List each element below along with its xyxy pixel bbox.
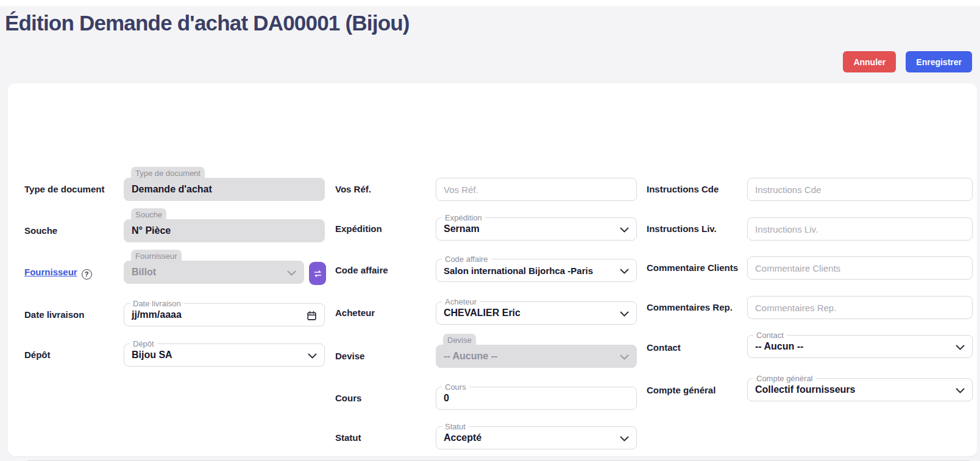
save-button[interactable]: Enregistrer [906,51,972,72]
date-livraison-value: jj/mm/aaaa [132,309,182,320]
chevron-down-icon [620,269,629,274]
depot-select[interactable]: Dépôt Bijou SA [124,343,325,367]
contact-float-label: Contact [753,330,787,340]
date-livraison-field[interactable]: Date livraison jj/mm/aaaa [124,303,325,326]
fournisseur-link[interactable]: Fournisseur [24,267,77,277]
label-devise: Devise [335,351,364,361]
vos-ref-input[interactable] [444,185,629,195]
swap-icon [313,269,323,279]
top-strip [0,0,980,6]
label-cours: Cours [335,393,361,403]
commentaires-rep-input[interactable] [755,303,965,313]
code-affaire-select[interactable]: Code affaire Salon international Bijorhc… [436,259,637,282]
instructions-cde-field [747,178,973,201]
label-code-affaire: Code affaire [335,265,388,275]
label-statut: Statut [335,432,361,443]
type-document-field: Type de document Demande d'achat [124,178,325,201]
commentaires-rep-field [747,296,973,319]
code-affaire-value: Salon international Bijorhca -Paris [444,266,593,276]
commentaire-clients-field [747,256,973,280]
label-vos-ref: Vos Réf. [335,184,371,194]
type-document-value: Demande d'achat [132,184,212,195]
label-souche: Souche [24,225,57,236]
commentaire-clients-input[interactable] [755,263,965,273]
fournisseur-float-label: Fournisseur [131,250,182,263]
label-compte-general: Compte général [647,385,715,395]
label-instructions-liv: Instructions Liv. [647,223,717,234]
code-affaire-float-label: Code affaire [442,254,491,264]
expedition-float-label: Expédition [442,213,485,223]
expedition-select[interactable]: Expédition Sernam [436,217,637,241]
refresh-fournisseur-button[interactable] [309,262,326,285]
cancel-button[interactable]: Annuler [843,51,896,72]
statut-select[interactable]: Statut Accepté [436,426,637,449]
calendar-icon[interactable] [307,311,317,321]
acheteur-value: CHEVALIER Eric [444,308,520,318]
label-fournisseur: Fournisseur? [24,267,92,280]
devise-float-label: Devise [443,334,476,347]
souche-float-label: Souche [131,208,166,222]
chevron-down-icon [620,227,629,233]
chevron-down-icon [620,354,629,360]
chevron-down-icon [620,436,629,442]
page-title: Édition Demande d'achat DA00001 (Bijou) [5,11,410,35]
contact-value: -- Aucun -- [755,341,803,352]
chevron-down-icon [956,345,965,350]
label-type-document: Type de document [24,184,104,194]
form-card: Type de document Souche Fournisseur? Dat… [8,83,977,456]
souche-value: N° Pièce [132,225,171,236]
devise-select: Devise -- Aucune -- [436,345,637,368]
compte-general-value: Collectif fournisseurs [755,384,855,395]
expedition-value: Sernam [444,223,480,234]
vos-ref-field [436,178,637,201]
fournisseur-value: Billot [132,267,156,278]
cours-float-label: Cours [442,382,469,392]
chevron-down-icon [620,311,629,317]
action-bar: Annuler Enregistrer [843,51,972,72]
label-date-livraison: Date livraison [24,309,84,320]
label-commentaire-clients: Commentaire Clients [647,262,738,273]
label-expedition: Expédition [335,223,382,234]
compte-general-float-label: Compte général [753,373,816,384]
label-contact: Contact [647,342,681,353]
cours-value: 0 [444,393,449,404]
type-document-float-label: Type de document [131,167,205,180]
instructions-liv-field [747,217,973,241]
instructions-liv-input[interactable] [755,224,965,234]
label-commentaires-rep: Commentaires Rep. [647,302,733,312]
cours-field[interactable]: Cours 0 [436,387,637,410]
statut-value: Accepté [444,432,481,443]
fournisseur-select: Fournisseur Billot [124,261,304,284]
devise-value: -- Aucune -- [444,351,497,362]
souche-field: Souche N° Pièce [124,219,325,242]
help-icon[interactable]: ? [82,269,92,280]
contact-select[interactable]: Contact -- Aucun -- [747,335,973,358]
depot-float-label: Dépôt [130,339,157,349]
depot-value: Bijou SA [132,350,172,361]
statut-float-label: Statut [442,421,469,432]
label-acheteur: Acheteur [335,308,375,318]
instructions-cde-input[interactable] [755,185,965,195]
chevron-down-icon [308,353,317,359]
label-instructions-cde: Instructions Cde [647,184,719,194]
label-depot: Dépôt [24,350,51,360]
acheteur-float-label: Acheteur [442,297,480,307]
date-livraison-float-label: Date livraison [130,298,184,309]
chevron-down-icon [956,388,965,393]
chevron-down-icon [287,270,296,276]
compte-general-select[interactable]: Compte général Collectif fournisseurs [747,378,973,401]
acheteur-select[interactable]: Acheteur CHEVALIER Eric [436,301,637,325]
